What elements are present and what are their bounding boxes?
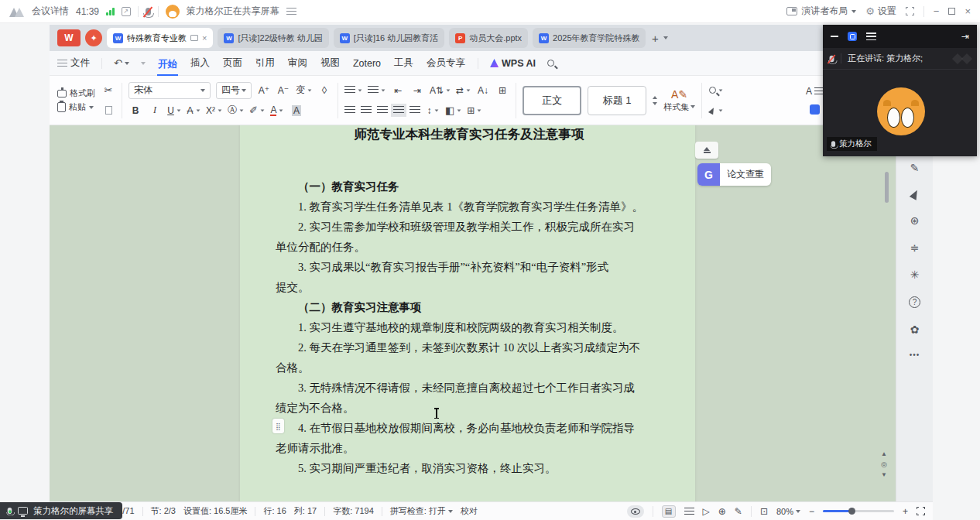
text-tool-partial-button[interactable]: A — [806, 82, 824, 100]
minimize-button[interactable]: − — [934, 6, 940, 16]
cursor-icon[interactable] — [909, 188, 920, 200]
fullscreen-mode-icon[interactable] — [917, 507, 925, 515]
fullscreen-icon[interactable] — [906, 7, 914, 15]
style-gallery-down-icon[interactable] — [653, 102, 657, 105]
status-word-count[interactable]: 字数: 7194 — [333, 505, 374, 517]
border-button[interactable]: ⊞ — [467, 101, 481, 119]
more-icon[interactable]: ••• — [910, 351, 920, 359]
zoom-slider-thumb[interactable] — [848, 508, 855, 515]
close-tab-icon[interactable]: × — [202, 33, 207, 43]
next-page-button[interactable]: ▼ — [881, 471, 887, 478]
decrease-font-button[interactable]: A⁻ — [276, 81, 290, 99]
stamp-icon[interactable]: ⊛ — [910, 215, 920, 226]
search-icon[interactable] — [547, 60, 554, 67]
panel-list-icon[interactable] — [866, 32, 876, 40]
font-size-select[interactable]: 四号 — [216, 82, 252, 99]
menu-tab-view[interactable]: 视图 — [320, 55, 341, 71]
zoom-out-button[interactable]: − — [809, 507, 814, 516]
web-view-icon[interactable]: ⊕ — [718, 507, 726, 516]
increase-font-button[interactable]: A⁺ — [257, 81, 271, 99]
format-painter-button[interactable]: 格式刷 — [57, 87, 95, 99]
menu-tab-home[interactable]: 开始 — [157, 56, 178, 76]
phonetic-guide-button[interactable]: Ⓐ — [228, 101, 244, 119]
file-menu[interactable]: 文件 — [57, 56, 90, 70]
line-spacing-button[interactable]: ↕ — [426, 101, 440, 119]
increase-indent-button[interactable]: ⇥ — [410, 81, 424, 99]
new-tab-button[interactable]: + — [652, 32, 659, 45]
wps-logo[interactable]: W — [57, 29, 81, 46]
clear-format-button[interactable]: ◊ — [317, 81, 331, 99]
underline-button[interactable]: U — [167, 101, 181, 119]
style-heading1-button[interactable]: 标题 1 — [588, 86, 646, 115]
menu-tab-page[interactable]: 页面 — [222, 55, 243, 71]
pen-icon[interactable]: ✎ — [735, 507, 742, 516]
share-window-icon[interactable]: ↗ — [122, 7, 131, 16]
undo-button[interactable]: ↶ — [114, 57, 129, 69]
bold-button[interactable]: B — [128, 101, 142, 119]
paste-button[interactable]: 粘贴 — [57, 101, 95, 113]
skin-icon[interactable]: ✿ — [910, 324, 920, 335]
sort-button[interactable]: A↓ — [476, 81, 490, 99]
document-page[interactable]: 师范专业本科生教育实习任务及注意事项 （一）教育实习任务 1. 教育实习学生任务… — [240, 125, 695, 501]
tab-presentation[interactable]: P 动员大会.pptx — [449, 28, 528, 48]
tab-document-active[interactable]: W 特殊教育专业教 × — [107, 28, 213, 48]
participant-video[interactable]: 策力格尔 — [823, 70, 977, 156]
prev-page-button[interactable]: ▲ — [881, 450, 887, 457]
zoom-slider[interactable] — [823, 510, 894, 512]
show-marks-button[interactable]: ⊞ — [495, 81, 509, 99]
align-justify-button[interactable] — [393, 106, 404, 115]
wps-assistant-icon[interactable]: ✦ — [85, 29, 102, 46]
paragraph-drag-handle[interactable]: ⣿ — [272, 419, 284, 433]
superscript-button[interactable]: X² — [206, 101, 222, 119]
maximize-button[interactable] — [948, 8, 955, 15]
sharing-menu-icon[interactable] — [286, 8, 296, 15]
char-scale-button[interactable]: A⇅ — [430, 81, 451, 99]
decrease-indent-button[interactable]: ⇤ — [391, 81, 405, 99]
tab-list-dropdown-icon[interactable] — [663, 36, 668, 39]
redo-dropdown-icon[interactable] — [141, 62, 146, 65]
align-distribute-button[interactable] — [409, 106, 420, 115]
shading-button[interactable]: ◧ — [445, 101, 461, 119]
menu-tab-zotero[interactable]: Zotero — [352, 56, 382, 70]
partial-blue-icon[interactable] — [810, 104, 820, 115]
select-button[interactable] — [708, 101, 723, 119]
meeting-details-button[interactable]: 会议详情 — [32, 5, 69, 18]
align-left-button[interactable] — [344, 106, 355, 115]
tab-document-2[interactable]: W [只读]22级特教 幼儿园 — [218, 28, 328, 48]
menu-tab-review[interactable]: 审阅 — [287, 55, 308, 71]
style-body-button[interactable]: 正文 — [523, 86, 581, 115]
char-shading-button[interactable]: A — [290, 101, 303, 119]
layout-selector[interactable]: 演讲者布局 — [786, 5, 856, 18]
pencil-icon[interactable]: ✎ — [910, 162, 920, 173]
help-icon[interactable]: ? — [909, 296, 920, 308]
tab-document-5[interactable]: W 2025年教育学院特殊教 — [533, 28, 646, 48]
tab-document-3[interactable]: W [只读]16 幼儿园教育活 — [334, 28, 444, 48]
scrollbar-thumb[interactable] — [885, 172, 889, 203]
zoom-in-button[interactable]: + — [903, 507, 908, 516]
panel-collapse-icon[interactable]: ⇥ — [961, 31, 969, 42]
zoom-level-button[interactable]: 80% — [776, 507, 800, 516]
close-button[interactable]: × — [965, 6, 971, 16]
italic-button[interactable]: I — [148, 101, 162, 119]
menu-tab-insert[interactable]: 插入 — [190, 55, 211, 71]
menu-tab-reference[interactable]: 引用 — [255, 55, 276, 71]
collapse-widget-button[interactable] — [695, 142, 718, 159]
font-family-select[interactable]: 宋体 — [128, 82, 211, 99]
style-gallery-up-icon[interactable] — [653, 96, 657, 99]
bullet-list-button[interactable] — [344, 81, 362, 99]
mic-muted-icon[interactable] — [146, 8, 151, 15]
strikethrough-button[interactable]: A — [187, 101, 200, 119]
menu-tab-tools[interactable]: 工具 — [393, 55, 414, 71]
spell-check-button[interactable]: 拼写检查: 打开 — [390, 505, 453, 517]
align-right-button[interactable] — [377, 106, 388, 115]
numbered-list-button[interactable] — [368, 81, 385, 99]
copy-button[interactable] — [101, 101, 115, 119]
fit-page-icon[interactable]: ⊡ — [760, 507, 768, 516]
sliders-icon[interactable]: ≑ — [910, 242, 920, 253]
highlight-button[interactable]: ✐ — [249, 101, 265, 119]
play-view-icon[interactable]: ▷ — [703, 507, 710, 516]
browse-object-button[interactable]: ◎ — [881, 460, 887, 468]
menu-tab-member[interactable]: 会员专享 — [426, 55, 466, 71]
align-center-button[interactable] — [361, 106, 372, 115]
proofread-button[interactable]: 校对 — [461, 505, 478, 517]
